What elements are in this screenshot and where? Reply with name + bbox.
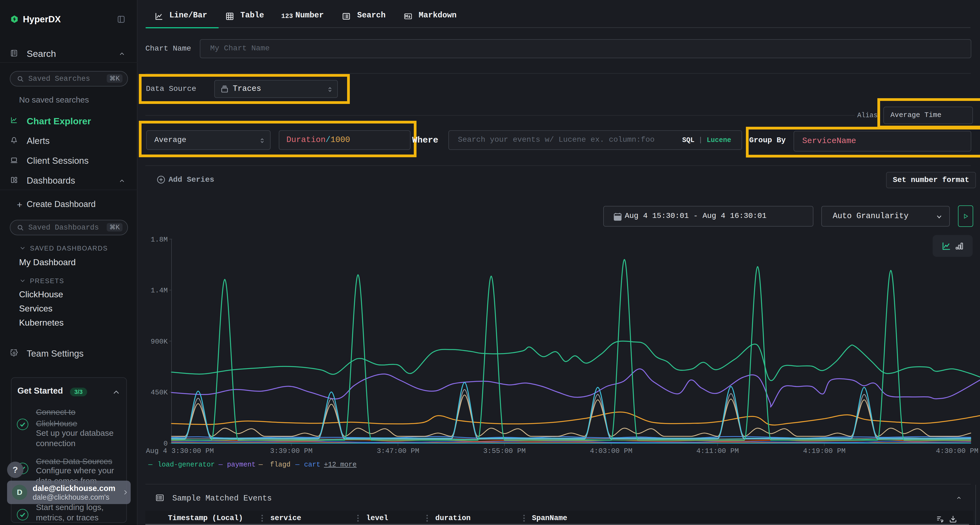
svg-text:0: 0 [163,439,168,448]
svg-text:1.4M: 1.4M [151,286,168,295]
svg-text:4:19:00 PM: 4:19:00 PM [803,447,846,455]
svg-text:Aug 4 3:30:00 PM: Aug 4 3:30:00 PM [146,447,214,455]
svg-text:4:11:00 PM: 4:11:00 PM [696,447,739,455]
svg-text:4:30:00 PM: 4:30:00 PM [936,447,978,455]
svg-text:3:39:00 PM: 3:39:00 PM [270,447,312,455]
svg-text:3:47:00 PM: 3:47:00 PM [377,447,419,455]
svg-text:3:55:00 PM: 3:55:00 PM [483,447,526,455]
svg-text:1.8M: 1.8M [151,236,168,244]
svg-text:450K: 450K [151,389,168,397]
svg-text:4:03:00 PM: 4:03:00 PM [590,447,632,455]
svg-text:900K: 900K [151,338,168,346]
